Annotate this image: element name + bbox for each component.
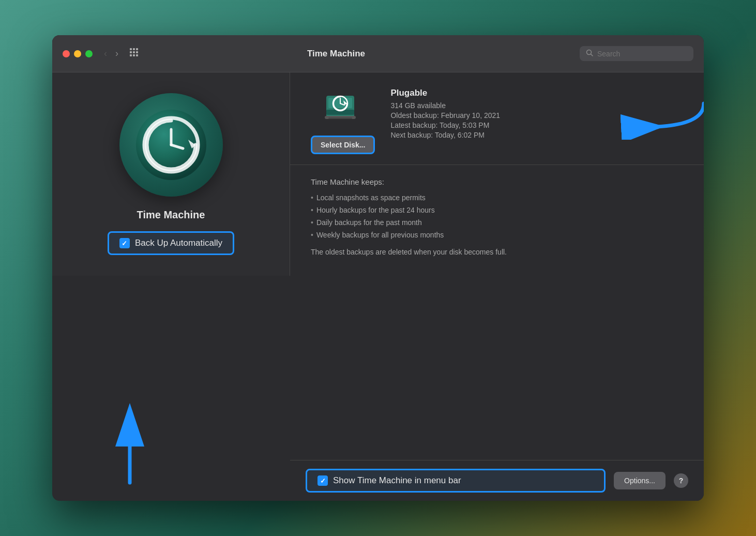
next-backup: Next backup: Today, 6:02 PM [390,131,683,139]
info-item-4: Weekly backups for all previous months [311,231,683,239]
disk-name: Plugable [390,88,683,98]
backup-automatically-row[interactable]: ✓ Back Up Automatically [108,231,234,255]
left-panel: Time Machine ✓ Back Up Automatically [52,72,290,276]
options-button[interactable]: Options... [614,472,666,489]
disk-section: Select Disk... Plugable 314 GB available… [290,72,704,165]
right-panel: Select Disk... Plugable 314 GB available… [290,72,704,501]
disk-available: 314 GB available [390,101,683,110]
info-section: Time Machine keeps: Local snapshots as s… [290,165,704,460]
show-tm-checkmark-icon: ✓ [320,477,326,485]
info-item-1: Local snapshots as space permits [311,193,683,202]
show-tm-label: Show Time Machine in menu bar [333,475,461,486]
svg-rect-26 [328,117,352,119]
info-note: The oldest backups are deleted when your… [311,247,683,258]
show-tm-checkbox[interactable]: ✓ [317,475,328,486]
checkmark-icon: ✓ [122,240,127,247]
time-machine-icon [119,93,223,197]
disk-icon-area: Select Disk... [311,88,375,154]
select-disk-button[interactable]: Select Disk... [311,136,375,154]
window-body: Time Machine ✓ Back Up Automatically [52,72,704,501]
help-button[interactable]: ? [674,473,688,488]
left-panel-wrapper: Time Machine ✓ Back Up Automatically [52,72,290,501]
right-panel-wrapper: Select Disk... Plugable 314 GB available… [290,72,704,501]
main-window: ‹ › Time Machine [52,35,704,501]
disk-icon [322,88,364,129]
search-input[interactable] [597,50,688,58]
info-item-2: Hourly backups for the past 24 hours [311,206,683,214]
oldest-backup: Oldest backup: February 10, 2021 [390,111,683,120]
show-time-machine-row[interactable]: ✓ Show Time Machine in menu bar [306,469,606,493]
info-item-3: Daily backups for the past month [311,218,683,227]
disk-info: Plugable 314 GB available Oldest backup:… [390,88,683,141]
latest-backup: Latest backup: Today, 5:03 PM [390,121,683,129]
tm-label: Time Machine [137,209,205,221]
search-box[interactable] [580,46,693,61]
search-icon [586,49,593,58]
close-button[interactable] [63,50,70,57]
titlebar: ‹ › Time Machine [52,35,704,72]
window-title: Time Machine [93,49,580,59]
svg-line-10 [591,54,593,56]
backup-automatically-label: Back Up Automatically [135,238,222,248]
backup-checkbox[interactable]: ✓ [119,238,130,248]
info-title: Time Machine keeps: [311,177,683,186]
fullscreen-button[interactable] [85,50,93,57]
minimize-button[interactable] [74,50,81,57]
bottom-bar: ✓ Show Time Machine in menu bar Options.… [290,460,704,501]
traffic-lights [63,50,93,57]
